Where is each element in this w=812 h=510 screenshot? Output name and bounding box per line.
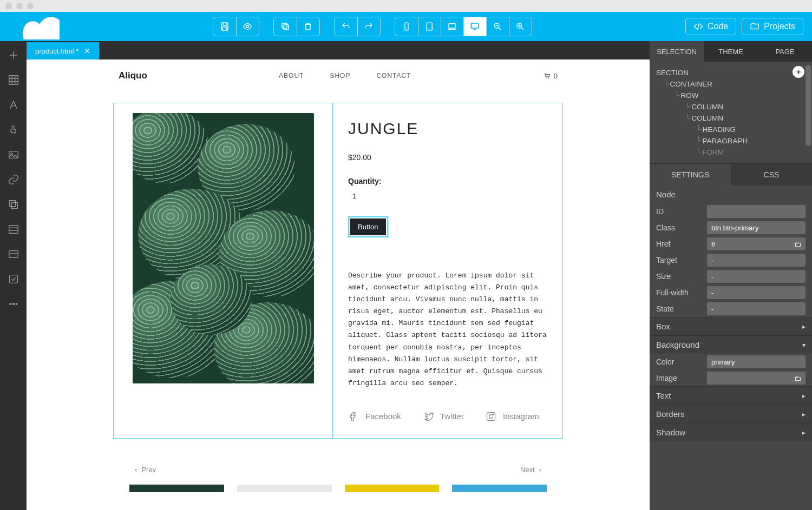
more-button[interactable]	[7, 297, 20, 310]
viewport-tablet-button[interactable]	[418, 17, 441, 36]
prop-href-field[interactable]: #🗀	[707, 237, 806, 250]
zoom-out-button[interactable]	[486, 17, 509, 36]
traffic-light-zoom[interactable]	[27, 3, 34, 9]
undo-button[interactable]	[335, 17, 357, 36]
list-button[interactable]	[7, 223, 20, 236]
product-image-column[interactable]	[114, 103, 333, 438]
code-button[interactable]: Code	[685, 18, 736, 35]
product-row-selected[interactable]: JUNGLE $20.00 Quantity: 1 Button Describ…	[113, 103, 563, 439]
save-button[interactable]	[213, 17, 236, 36]
zoom-in-button[interactable]	[509, 17, 532, 36]
product-button[interactable]: Button	[350, 218, 386, 235]
tab-theme[interactable]: THEME	[704, 41, 758, 62]
duplicate-button[interactable]	[7, 198, 20, 211]
nav-contact[interactable]: CONTACT	[376, 72, 411, 80]
facebook-icon	[348, 411, 359, 422]
chevron-right-icon: ▸	[802, 323, 806, 330]
nav-about[interactable]: ABOUT	[279, 72, 304, 80]
traffic-light-close[interactable]	[5, 3, 12, 9]
cart-button[interactable]: 0	[543, 72, 558, 80]
close-tab-icon[interactable]: ✕	[84, 47, 90, 55]
text-button[interactable]	[7, 98, 20, 111]
prop-id-label: ID	[656, 207, 703, 216]
projects-button[interactable]: Projects	[742, 18, 803, 35]
tab-selection[interactable]: SELECTION	[650, 41, 704, 62]
prop-id-field[interactable]	[707, 205, 806, 218]
tree-item-row[interactable]: └ROW	[656, 90, 806, 101]
svg-rect-35	[9, 275, 17, 283]
chevron-right-icon: ▸	[802, 410, 806, 418]
tree-add-button[interactable]: +	[793, 66, 804, 78]
card-button[interactable]	[7, 248, 20, 261]
bg-image-field[interactable]: 🗀	[707, 372, 806, 385]
site-brand[interactable]: Aliquo	[119, 70, 147, 81]
quantity-value[interactable]: 1	[352, 192, 547, 200]
thumb-3[interactable]	[345, 485, 440, 492]
viewport-laptop-button[interactable]	[441, 17, 463, 36]
facebook-label: Facebook	[365, 412, 401, 421]
tree-item-heading[interactable]: └HEADING	[656, 124, 806, 135]
prop-size-field[interactable]: -	[707, 270, 806, 283]
product-details-column[interactable]: JUNGLE $20.00 Quantity: 1 Button Describ…	[333, 103, 562, 438]
copy-button[interactable]	[274, 17, 297, 36]
preview-button[interactable]	[236, 17, 259, 36]
rendered-page: Aliquo ABOUT SHOP CONTACT 0	[27, 59, 650, 510]
shadow-section-header[interactable]: Shadow▸	[650, 423, 812, 441]
box-section-header[interactable]: Box▸	[650, 317, 812, 335]
svg-point-43	[493, 414, 494, 415]
prop-fullwidth-field[interactable]: -	[707, 286, 806, 299]
folder-icon[interactable]: 🗀	[794, 374, 801, 382]
borders-section-header[interactable]: Borders▸	[650, 405, 812, 423]
traffic-light-minimize[interactable]	[16, 3, 23, 9]
tree-item-section[interactable]: SECTION	[656, 67, 806, 78]
prev-button[interactable]: ‹Prev	[135, 466, 156, 474]
product-description[interactable]: Describe your product. Lorem ipsum dolor…	[348, 270, 547, 389]
tree-item-column-2[interactable]: └COLUMN	[656, 112, 806, 124]
twitter-link[interactable]: Twitter	[423, 411, 464, 422]
folder-icon[interactable]: 🗀	[794, 240, 801, 248]
quantity-label: Quantity:	[348, 177, 547, 186]
tree-item-paragraph[interactable]: └PARAGRAPH	[656, 135, 806, 147]
tab-settings[interactable]: SETTINGS	[650, 164, 731, 186]
tree-item-form[interactable]: └FORM	[656, 147, 806, 158]
button-element-button[interactable]	[7, 123, 20, 136]
viewport-desktop-button[interactable]	[463, 17, 486, 36]
instagram-link[interactable]: Instagram	[486, 411, 539, 422]
form-button[interactable]	[7, 273, 20, 286]
viewport-phone-button[interactable]	[395, 17, 418, 36]
product-title[interactable]: JUNGLE	[348, 120, 547, 138]
thumb-1[interactable]	[129, 485, 224, 492]
tree-item-container[interactable]: └CONTAINER	[656, 78, 806, 90]
prop-target-field[interactable]: -	[707, 254, 806, 267]
prop-class-field[interactable]: btn btn-primary	[707, 221, 806, 234]
redo-button[interactable]	[357, 17, 380, 36]
thumb-4[interactable]	[452, 485, 547, 492]
background-section-header[interactable]: Background▾	[650, 335, 812, 354]
link-button[interactable]	[7, 173, 20, 186]
bg-color-field[interactable]: primary	[707, 355, 806, 368]
tab-css[interactable]: CSS	[731, 164, 812, 186]
product-price[interactable]: $20.00	[348, 153, 547, 162]
text-section-header[interactable]: Text▸	[650, 386, 812, 405]
add-element-button[interactable]	[7, 49, 20, 62]
facebook-link[interactable]: Facebook	[348, 411, 401, 422]
file-tab[interactable]: product.html * ✕	[27, 42, 99, 59]
prop-state-field[interactable]: -	[707, 302, 806, 315]
svg-point-37	[12, 303, 14, 305]
tree-item-column-1[interactable]: └COLUMN	[656, 101, 806, 112]
selected-button-element[interactable]: Button	[348, 216, 388, 237]
grid-button[interactable]	[7, 74, 20, 87]
image-button[interactable]	[7, 148, 20, 161]
product-image[interactable]	[133, 113, 314, 383]
code-icon	[693, 22, 703, 31]
tab-page[interactable]: PAGE	[758, 41, 812, 62]
delete-button[interactable]	[297, 17, 319, 36]
nav-shop[interactable]: SHOP	[330, 72, 350, 80]
svg-point-3	[246, 25, 249, 28]
tree-scrollbar[interactable]	[806, 65, 811, 146]
canvas[interactable]: Aliquo ABOUT SHOP CONTACT 0	[27, 59, 650, 510]
next-button[interactable]: Next›	[520, 466, 541, 474]
svg-rect-21	[9, 76, 18, 85]
instagram-icon	[486, 411, 496, 422]
thumb-2[interactable]	[237, 485, 332, 492]
